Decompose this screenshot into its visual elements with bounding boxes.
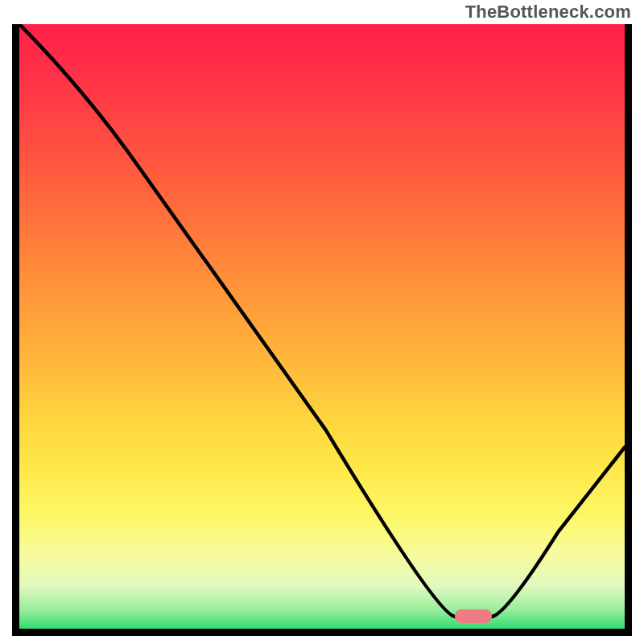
plot-area: [12, 24, 632, 636]
curve-svg: [19, 24, 625, 629]
bottleneck-curve: [19, 24, 625, 617]
attribution-text: TheBottleneck.com: [465, 2, 631, 23]
chart-container: TheBottleneck.com: [0, 0, 644, 644]
optimal-marker: [455, 609, 491, 623]
